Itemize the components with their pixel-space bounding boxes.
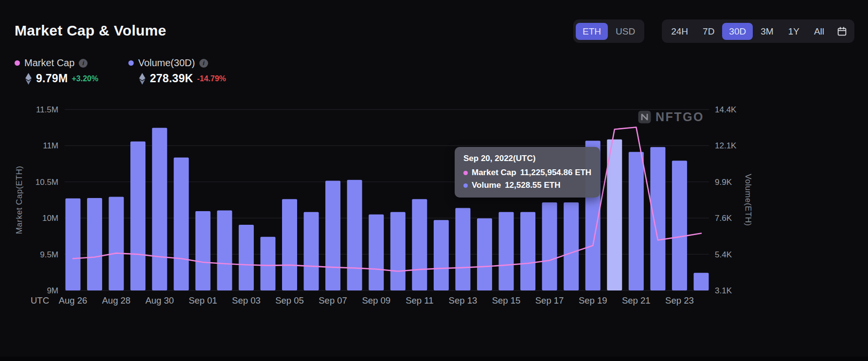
chart-tooltip: Sep 20, 2022(UTC) Market Cap 11,225,954.… [455, 147, 600, 198]
chart-controls: ETH USD 24H 7D 30D 3M 1Y All [573, 19, 854, 43]
volume-bar[interactable] [520, 212, 535, 290]
volume-bar[interactable] [152, 128, 167, 290]
market-cap-value: 9.79M [36, 72, 68, 85]
left-axis-tick: 11.5M [36, 105, 58, 114]
volume-bar[interactable] [174, 158, 189, 290]
x-axis-tick: Sep 03 [232, 295, 261, 306]
volume-value: 278.39K [150, 72, 193, 85]
volume-bar[interactable] [304, 212, 319, 290]
volume-bar[interactable] [542, 202, 557, 290]
x-axis-tick: Aug 26 [59, 295, 88, 306]
x-axis-tick: Sep 21 [622, 295, 651, 306]
volume-bar[interactable] [434, 220, 449, 290]
x-axis-tick: Sep 09 [362, 295, 390, 306]
range-option-30d[interactable]: 30D [722, 23, 753, 40]
range-toggle: 24H 7D 30D 3M 1Y All [662, 19, 854, 43]
range-option-3m[interactable]: 3M [754, 23, 780, 40]
right-axis-tick: 12.1K [715, 141, 737, 150]
right-axis-tick: 9.9K [715, 178, 732, 187]
volume-bar[interactable] [499, 212, 514, 290]
tooltip-market-cap-label: Market Cap [472, 168, 516, 178]
market-cap-dot [15, 60, 20, 66]
volume-bar[interactable] [66, 199, 81, 290]
volume-bar[interactable] [239, 225, 254, 290]
market-cap-change: +3.20% [71, 74, 98, 83]
volume-bar[interactable] [282, 199, 297, 290]
currency-option-eth[interactable]: ETH [576, 23, 608, 40]
tooltip-volume-dot [463, 183, 468, 188]
volume-bar[interactable] [477, 218, 492, 290]
volume-bar[interactable] [217, 210, 232, 290]
tooltip-market-cap-dot [463, 171, 468, 175]
volume-bar[interactable] [347, 180, 362, 290]
volume-bar[interactable] [260, 237, 275, 290]
tooltip-volume-label: Volume [472, 180, 501, 190]
x-axis-tick: Aug 28 [102, 295, 131, 306]
volume-bar[interactable] [369, 215, 384, 290]
legend: Market Cap i 9.79M +3.20% Volume(30D) i [15, 57, 226, 85]
bottom-strip [0, 357, 868, 361]
x-axis-tick: Sep 11 [406, 295, 433, 306]
range-option-all[interactable]: All [807, 23, 831, 40]
tooltip-date: Sep 20, 2022(UTC) [463, 154, 591, 163]
volume-bar[interactable] [672, 161, 687, 290]
legend-market-cap: Market Cap i 9.79M +3.20% [15, 57, 98, 85]
calendar-button[interactable] [832, 22, 852, 40]
volume-dot [128, 60, 134, 66]
currency-option-usd[interactable]: USD [609, 23, 642, 40]
volume-bar[interactable] [412, 199, 427, 290]
volume-bar[interactable] [390, 212, 406, 290]
right-axis-tick: 14.4K [715, 105, 737, 114]
tooltip-market-cap-value: 11,225,954.86 ETH [520, 168, 592, 178]
volume-bar[interactable] [195, 211, 211, 290]
x-axis-tick: Aug 30 [145, 295, 174, 306]
right-axis-tick: 5.4K [715, 250, 732, 259]
watermark-text: NFTGO [655, 110, 704, 124]
x-axis-tick: Sep 19 [579, 295, 607, 306]
tooltip-volume-value: 12,528.55 ETH [505, 180, 560, 190]
left-axis-tick: 11M [43, 141, 58, 150]
page-title: Market Cap & Volume [15, 22, 166, 39]
tooltip-market-cap-row: Market Cap 11,225,954.86 ETH [463, 168, 591, 178]
eth-icon [139, 73, 146, 85]
market-cap-label: Market Cap [24, 57, 74, 69]
volume-bar[interactable] [607, 140, 622, 290]
x-axis-tick: Sep 07 [319, 295, 347, 306]
currency-toggle: ETH USD [573, 19, 644, 43]
x-axis-tick: Sep 17 [535, 295, 564, 306]
x-axis-tick: Sep 01 [189, 295, 217, 306]
nftgo-logo-icon [638, 110, 651, 124]
left-axis-tick: 10.5M [35, 178, 58, 187]
market-cap-line[interactable] [73, 127, 701, 271]
left-axis-tick: 9.5M [40, 250, 58, 259]
chart-canvas[interactable]: 11.5M11M10.5M10M9.5M9M14.4K12.1K9.9K7.6K… [0, 95, 868, 319]
left-axis-title: Market Cap(ETH) [15, 166, 24, 235]
volume-bar[interactable] [87, 198, 102, 290]
market-cap-info-icon[interactable]: i [79, 59, 88, 68]
volume-change: -14.79% [197, 74, 226, 83]
volume-bar[interactable] [629, 152, 644, 290]
range-option-1y[interactable]: 1Y [781, 23, 806, 40]
nftgo-watermark: NFTGO [638, 110, 704, 124]
x-axis-tick: Sep 23 [665, 295, 694, 306]
x-axis-tick: Sep 13 [449, 295, 478, 306]
right-axis-tick: 3.1K [715, 286, 732, 295]
range-option-7d[interactable]: 7D [696, 23, 721, 40]
volume-bar[interactable] [109, 197, 124, 290]
utc-label: UTC [31, 295, 49, 306]
legend-volume: Volume(30D) i 278.39K -14.79% [128, 57, 226, 85]
tooltip-volume-row: Volume 12,528.55 ETH [463, 180, 591, 190]
volume-label: Volume(30D) [138, 57, 195, 69]
volume-bar[interactable] [455, 208, 470, 290]
volume-bar[interactable] [650, 147, 665, 290]
volume-info-icon[interactable]: i [199, 59, 208, 68]
volume-bar[interactable] [325, 180, 340, 290]
x-axis-tick: Sep 15 [492, 295, 521, 306]
right-axis-tick: 7.6K [715, 214, 732, 223]
volume-bar[interactable] [693, 273, 709, 290]
range-option-24h[interactable]: 24H [664, 23, 695, 40]
volume-bar[interactable] [130, 142, 145, 290]
volume-bar[interactable] [564, 202, 579, 290]
x-axis-tick: Sep 05 [275, 295, 304, 306]
eth-icon [25, 73, 32, 85]
